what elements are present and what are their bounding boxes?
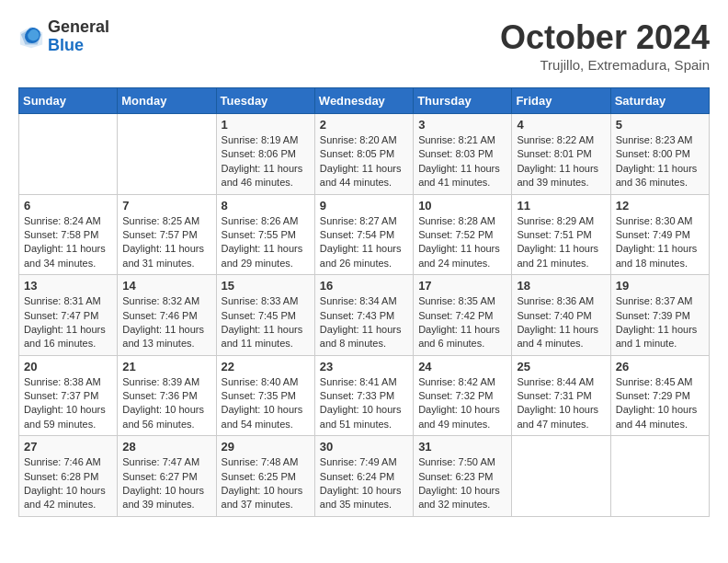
day-number: 6 xyxy=(24,199,112,213)
day-number: 19 xyxy=(616,279,704,293)
day-info: Sunrise: 7:50 AMSunset: 6:23 PMDaylight:… xyxy=(418,455,506,512)
day-info: Sunrise: 7:46 AMSunset: 6:28 PMDaylight:… xyxy=(24,455,112,512)
day-cell: 19Sunrise: 8:37 AMSunset: 7:39 PMDayligh… xyxy=(610,275,709,356)
day-number: 18 xyxy=(517,279,605,293)
logo-text: General Blue xyxy=(48,18,109,55)
day-cell: 9Sunrise: 8:27 AMSunset: 7:54 PMDaylight… xyxy=(314,194,413,275)
month-title: October 2024 xyxy=(500,18,710,57)
day-cell: 11Sunrise: 8:29 AMSunset: 7:51 PMDayligh… xyxy=(512,194,610,275)
day-info: Sunrise: 8:23 AMSunset: 8:00 PMDaylight:… xyxy=(616,133,704,190)
day-cell xyxy=(118,114,216,195)
day-info: Sunrise: 8:26 AMSunset: 7:55 PMDaylight:… xyxy=(222,214,310,271)
logo: General Blue xyxy=(18,18,109,55)
day-info: Sunrise: 8:39 AMSunset: 7:36 PMDaylight:… xyxy=(122,375,210,432)
day-number: 29 xyxy=(222,440,310,454)
day-cell: 8Sunrise: 8:26 AMSunset: 7:55 PMDaylight… xyxy=(216,194,314,275)
day-cell: 28Sunrise: 7:47 AMSunset: 6:27 PMDayligh… xyxy=(118,436,216,517)
day-cell: 13Sunrise: 8:31 AMSunset: 7:47 PMDayligh… xyxy=(19,275,118,356)
day-cell: 1Sunrise: 8:19 AMSunset: 8:06 PMDaylight… xyxy=(216,114,314,195)
day-cell: 6Sunrise: 8:24 AMSunset: 7:58 PMDaylight… xyxy=(19,194,118,275)
day-number: 16 xyxy=(320,279,408,293)
header-day-saturday: Saturday xyxy=(610,88,709,114)
day-info: Sunrise: 8:42 AMSunset: 7:32 PMDaylight:… xyxy=(418,375,506,432)
day-info: Sunrise: 8:35 AMSunset: 7:42 PMDaylight:… xyxy=(418,294,506,351)
day-number: 27 xyxy=(24,440,112,454)
day-number: 11 xyxy=(517,199,605,213)
day-cell: 21Sunrise: 8:39 AMSunset: 7:36 PMDayligh… xyxy=(118,355,216,436)
day-info: Sunrise: 8:41 AMSunset: 7:33 PMDaylight:… xyxy=(320,375,408,432)
day-info: Sunrise: 8:25 AMSunset: 7:57 PMDaylight:… xyxy=(122,214,210,271)
day-info: Sunrise: 8:24 AMSunset: 7:58 PMDaylight:… xyxy=(24,214,112,271)
day-info: Sunrise: 7:49 AMSunset: 6:24 PMDaylight:… xyxy=(320,455,408,512)
page-header: General Blue October 2024 Trujillo, Extr… xyxy=(18,18,710,73)
day-cell: 15Sunrise: 8:33 AMSunset: 7:45 PMDayligh… xyxy=(216,275,314,356)
day-info: Sunrise: 8:31 AMSunset: 7:47 PMDaylight:… xyxy=(24,294,112,351)
week-row-2: 6Sunrise: 8:24 AMSunset: 7:58 PMDaylight… xyxy=(19,194,710,275)
week-row-1: 1Sunrise: 8:19 AMSunset: 8:06 PMDaylight… xyxy=(19,114,710,195)
day-number: 9 xyxy=(320,199,408,213)
day-info: Sunrise: 8:30 AMSunset: 7:49 PMDaylight:… xyxy=(616,214,704,271)
day-info: Sunrise: 8:27 AMSunset: 7:54 PMDaylight:… xyxy=(320,214,408,271)
week-row-4: 20Sunrise: 8:38 AMSunset: 7:37 PMDayligh… xyxy=(19,355,710,436)
day-info: Sunrise: 8:21 AMSunset: 8:03 PMDaylight:… xyxy=(418,133,506,190)
day-cell xyxy=(512,436,610,517)
day-info: Sunrise: 8:37 AMSunset: 7:39 PMDaylight:… xyxy=(616,294,704,351)
day-cell: 12Sunrise: 8:30 AMSunset: 7:49 PMDayligh… xyxy=(610,194,709,275)
day-number: 26 xyxy=(616,360,704,373)
day-cell: 29Sunrise: 7:48 AMSunset: 6:25 PMDayligh… xyxy=(216,436,314,517)
header-row: SundayMondayTuesdayWednesdayThursdayFrid… xyxy=(19,88,710,114)
day-number: 28 xyxy=(122,440,210,454)
day-cell: 17Sunrise: 8:35 AMSunset: 7:42 PMDayligh… xyxy=(414,275,512,356)
day-number: 24 xyxy=(418,360,506,373)
day-info: Sunrise: 8:45 AMSunset: 7:29 PMDaylight:… xyxy=(616,375,704,432)
day-info: Sunrise: 8:44 AMSunset: 7:31 PMDaylight:… xyxy=(517,375,605,432)
day-cell: 2Sunrise: 8:20 AMSunset: 8:05 PMDaylight… xyxy=(314,114,413,195)
day-number: 31 xyxy=(418,440,506,454)
day-cell: 22Sunrise: 8:40 AMSunset: 7:35 PMDayligh… xyxy=(216,355,314,436)
day-info: Sunrise: 8:40 AMSunset: 7:35 PMDaylight:… xyxy=(222,375,310,432)
day-cell: 4Sunrise: 8:22 AMSunset: 8:01 PMDaylight… xyxy=(512,114,610,195)
day-cell: 20Sunrise: 8:38 AMSunset: 7:37 PMDayligh… xyxy=(19,355,118,436)
location: Trujillo, Extremadura, Spain xyxy=(500,57,710,73)
day-cell: 26Sunrise: 8:45 AMSunset: 7:29 PMDayligh… xyxy=(610,355,709,436)
day-number: 22 xyxy=(222,360,310,373)
week-row-3: 13Sunrise: 8:31 AMSunset: 7:47 PMDayligh… xyxy=(19,275,710,356)
day-number: 5 xyxy=(616,118,704,132)
header-day-thursday: Thursday xyxy=(414,88,512,114)
day-cell: 5Sunrise: 8:23 AMSunset: 8:00 PMDaylight… xyxy=(610,114,709,195)
title-block: October 2024 Trujillo, Extremadura, Spai… xyxy=(500,18,710,73)
day-info: Sunrise: 8:38 AMSunset: 7:37 PMDaylight:… xyxy=(24,375,112,432)
day-number: 17 xyxy=(418,279,506,293)
day-number: 12 xyxy=(616,199,704,213)
day-info: Sunrise: 8:36 AMSunset: 7:40 PMDaylight:… xyxy=(517,294,605,351)
header-day-sunday: Sunday xyxy=(19,88,118,114)
day-info: Sunrise: 8:32 AMSunset: 7:46 PMDaylight:… xyxy=(122,294,210,351)
day-number: 15 xyxy=(222,279,310,293)
day-number: 30 xyxy=(320,440,408,454)
week-row-5: 27Sunrise: 7:46 AMSunset: 6:28 PMDayligh… xyxy=(19,436,710,517)
day-info: Sunrise: 7:47 AMSunset: 6:27 PMDaylight:… xyxy=(122,455,210,512)
day-cell: 18Sunrise: 8:36 AMSunset: 7:40 PMDayligh… xyxy=(512,275,610,356)
day-cell: 31Sunrise: 7:50 AMSunset: 6:23 PMDayligh… xyxy=(414,436,512,517)
day-number: 4 xyxy=(517,118,605,132)
day-number: 3 xyxy=(418,118,506,132)
header-day-tuesday: Tuesday xyxy=(216,88,314,114)
logo-blue: Blue xyxy=(48,37,109,55)
header-day-monday: Monday xyxy=(118,88,216,114)
day-number: 20 xyxy=(24,360,112,373)
day-info: Sunrise: 8:19 AMSunset: 8:06 PMDaylight:… xyxy=(222,133,310,190)
day-cell xyxy=(610,436,709,517)
day-cell: 7Sunrise: 8:25 AMSunset: 7:57 PMDaylight… xyxy=(118,194,216,275)
day-info: Sunrise: 7:48 AMSunset: 6:25 PMDaylight:… xyxy=(222,455,310,512)
logo-icon xyxy=(18,24,44,50)
day-number: 1 xyxy=(222,118,310,132)
logo-general: General xyxy=(48,18,109,37)
day-number: 8 xyxy=(222,199,310,213)
calendar-table: SundayMondayTuesdayWednesdayThursdayFrid… xyxy=(18,87,710,517)
day-cell: 10Sunrise: 8:28 AMSunset: 7:52 PMDayligh… xyxy=(414,194,512,275)
day-number: 25 xyxy=(517,360,605,373)
day-info: Sunrise: 8:29 AMSunset: 7:51 PMDaylight:… xyxy=(517,214,605,271)
day-number: 7 xyxy=(122,199,210,213)
day-number: 13 xyxy=(24,279,112,293)
day-cell: 23Sunrise: 8:41 AMSunset: 7:33 PMDayligh… xyxy=(314,355,413,436)
